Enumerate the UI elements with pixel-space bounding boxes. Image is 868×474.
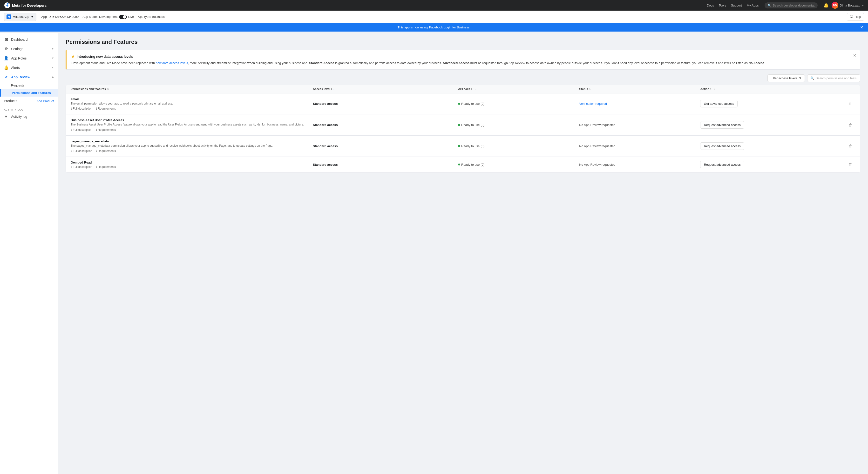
header-api-calls: API calls ℹ ↑↓ [458, 88, 579, 91]
delete-button[interactable]: 🗑 [845, 102, 855, 106]
full-desc-link[interactable]: ℹ Full description [71, 149, 92, 153]
sort-icon[interactable]: ↑↓ [712, 88, 715, 90]
info-icon: ℹ [96, 149, 97, 153]
nav-docs[interactable]: Docs [707, 4, 714, 7]
add-product-link[interactable]: Add Product [36, 99, 54, 103]
sort-icon[interactable]: ↓ [333, 88, 334, 90]
app-bar: M MixpostApp ▼ App ID: 542162241340099 A… [0, 10, 868, 23]
search-input[interactable] [773, 4, 815, 7]
layout: ⊞ Dashboard ⚙ Settings ∨ 👤 App Roles ∨ 🔔… [0, 33, 868, 474]
header-permissions: Permissions and features ↑↓ [71, 88, 313, 91]
access-level: Standard access [313, 144, 458, 148]
sort-icon[interactable]: ↑↓ [107, 88, 109, 90]
info-icon[interactable]: ℹ [471, 88, 472, 91]
table-row: pages_manage_metadata The pages_manage_m… [66, 136, 860, 157]
development-label: Development [99, 15, 118, 19]
header-access-level: Access level ℹ ↓ [313, 88, 458, 91]
perm-info-email: email The email permission allows your a… [71, 97, 313, 110]
full-desc-link[interactable]: ℹ Full description [71, 107, 92, 110]
perm-info-business-asset: Business Asset User Profile Access The B… [71, 118, 313, 132]
requirements-link[interactable]: ℹ Requirements [96, 128, 116, 132]
app-roles-icon: 👤 [4, 56, 9, 61]
top-navigation: Meta for Developers Docs Tools Support M… [0, 0, 868, 10]
sidebar-item-label: Dashboard [11, 38, 28, 41]
user-avatar[interactable]: DB Dima Botezatu ▼ [832, 2, 864, 9]
nav-my-apps[interactable]: My Apps [747, 4, 759, 7]
perm-desc: The email permission allows your app to … [71, 102, 313, 106]
sidebar-sub-requests[interactable]: Requests [0, 82, 58, 89]
app-info: App ID: 542162241340099 App Mode: Develo… [41, 15, 165, 19]
app-icon: M [6, 14, 11, 19]
full-desc-link[interactable]: ℹ Full description [71, 165, 92, 169]
search-icon: 🔍 [810, 76, 814, 80]
sidebar-item-label: App Review [11, 75, 30, 79]
settings-icon: ⚙ [4, 46, 9, 51]
sidebar-item-settings[interactable]: ⚙ Settings ∨ [0, 44, 58, 54]
permissions-table: Permissions and features ↑↓ Access level… [66, 85, 860, 173]
requirements-link[interactable]: ℹ Requirements [96, 165, 116, 169]
sidebar-item-app-review[interactable]: ✔ App Review ∧ [0, 72, 58, 82]
sort-icon[interactable]: ↑↓ [473, 88, 476, 90]
sidebar-item-dashboard[interactable]: ⊞ Dashboard [0, 35, 58, 44]
sidebar-products: Products Add Product [0, 97, 58, 105]
dashboard-icon: ⊞ [4, 37, 9, 42]
bell-icon[interactable]: 🔔 [824, 3, 829, 8]
requirements-link[interactable]: ℹ Requirements [96, 149, 116, 153]
info-icon[interactable]: ℹ [710, 88, 712, 91]
sidebar-item-label: Alerts [11, 66, 20, 70]
new-data-access-link[interactable]: new data access levels [156, 61, 188, 65]
nav-tools[interactable]: Tools [719, 4, 726, 7]
action-button[interactable]: Request advanced access [700, 142, 744, 150]
table-row: Oembed Read ℹ Full description ℹ Require… [66, 157, 860, 172]
info-banner-close[interactable]: ✕ [853, 53, 856, 58]
green-dot-icon [458, 103, 460, 105]
sidebar-item-alerts[interactable]: 🔔 Alerts ∨ [0, 63, 58, 72]
search-bar[interactable]: 🔍 [765, 2, 817, 8]
action-button[interactable]: Request advanced access [700, 161, 744, 168]
perm-name: Oembed Read [71, 161, 313, 164]
sidebar-item-activity-log[interactable]: ≡ Activity log [0, 112, 58, 121]
app-mode-label: App Mode: [83, 15, 98, 19]
api-calls: Ready to use (0) [458, 102, 579, 105]
delete-button[interactable]: 🗑 [845, 162, 855, 167]
delete-button[interactable]: 🗑 [845, 123, 855, 127]
nav-support[interactable]: Support [731, 4, 742, 7]
action-button[interactable]: Request advanced access [700, 121, 744, 129]
filter-dropdown[interactable]: Filter access levels ▼ [768, 74, 805, 82]
app-selector[interactable]: M MixpostApp ▼ [4, 13, 36, 21]
perm-links: ℹ Full description ℹ Requirements [71, 128, 313, 132]
live-label: Live [128, 15, 134, 19]
status-cell[interactable]: Verification required [579, 102, 700, 105]
action-button[interactable]: Get advanced access [700, 100, 738, 107]
banner-link[interactable]: Facebook Login for Business. [429, 26, 470, 29]
requirements-link[interactable]: ℹ Requirements [96, 107, 116, 110]
chevron-icon: ∨ [52, 47, 54, 50]
help-icon: ⓪ [850, 15, 853, 19]
table-row: Business Asset User Profile Access The B… [66, 114, 860, 136]
table-row: email The email permission allows your a… [66, 94, 860, 115]
help-button[interactable]: ⓪ Help [847, 13, 864, 21]
info-icon: ℹ [71, 165, 72, 169]
filter-row: Filter access levels ▼ 🔍 [66, 74, 860, 82]
banner-close[interactable]: ✕ [860, 25, 863, 30]
full-desc-link[interactable]: ℹ Full description [71, 128, 92, 132]
info-icon: ℹ [96, 165, 97, 169]
mode-toggle[interactable] [119, 15, 127, 19]
app-id: App ID: 542162241340099 [41, 15, 79, 19]
search-icon: 🔍 [768, 4, 771, 7]
delete-button[interactable]: 🗑 [845, 144, 855, 148]
chevron-icon: ∧ [52, 75, 54, 78]
api-calls: Ready to use (0) [458, 163, 579, 166]
info-icon[interactable]: ℹ [331, 88, 332, 91]
logo[interactable]: Meta for Developers [4, 2, 46, 9]
sidebar-sub-permissions[interactable]: Permissions and Features [0, 89, 58, 97]
perm-links: ℹ Full description ℹ Requirements [71, 149, 313, 153]
filter-chevron-icon: ▼ [799, 76, 802, 80]
user-name: Dima Botezatu [840, 4, 860, 7]
sidebar-item-app-roles[interactable]: 👤 App Roles ∨ [0, 54, 58, 63]
permissions-search-input[interactable] [816, 76, 857, 80]
permissions-search[interactable]: 🔍 [807, 74, 860, 82]
sort-icon[interactable]: ↑↓ [589, 88, 591, 90]
perm-desc: The pages_manage_metadata permission all… [71, 144, 313, 148]
info-icon: ℹ [71, 149, 72, 153]
